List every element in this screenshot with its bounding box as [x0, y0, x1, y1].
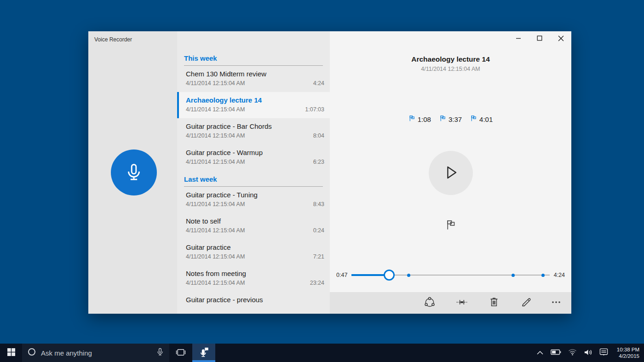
speaker-icon: [584, 349, 592, 357]
recording-item-duration: 4:24: [313, 80, 324, 86]
delete-button[interactable]: [483, 294, 505, 312]
add-marker-button[interactable]: [443, 218, 458, 233]
recording-item-title: Archaeology lecture 14: [186, 96, 324, 104]
more-button[interactable]: [547, 294, 565, 312]
slider-marker-dot: [407, 274, 410, 277]
recording-item-date: 4/11/2014 12:15:04 AM: [186, 227, 245, 234]
recordings-scroll-area[interactable]: This week Chem 130 Midterm review 4/11/2…: [177, 31, 330, 314]
volume-tray-button[interactable]: [584, 349, 592, 357]
close-icon: [558, 35, 564, 43]
maximize-icon: [537, 35, 542, 42]
detail-toolbar: [330, 292, 571, 314]
marker-chip[interactable]: 4:01: [470, 115, 493, 123]
share-button[interactable]: [419, 294, 440, 312]
recording-detail-pane: Archaeology lecture 14 4/11/2014 12:15:0…: [330, 31, 571, 314]
recording-list-item[interactable]: Guitar practice - previous: [177, 292, 330, 314]
record-button[interactable]: [111, 149, 157, 195]
recording-item-date: 4/11/2014 12:15:04 AM: [186, 106, 245, 113]
recording-item-title: Note to self: [186, 217, 324, 225]
recording-list-item[interactable]: Guitar practice - Bar Chords 4/11/2014 1…: [177, 118, 330, 144]
recording-list-item[interactable]: Guitar practice 4/11/2014 12:15:04 AM 7:…: [177, 239, 330, 265]
recording-list-item[interactable]: Chem 130 Midterm review 4/11/2014 12:15:…: [177, 66, 330, 92]
seek-slider[interactable]: [351, 270, 549, 281]
rename-button[interactable]: [515, 294, 537, 312]
recording-item-date: 4/11/2014 12:15:04 AM: [186, 80, 245, 86]
close-button[interactable]: [550, 31, 571, 46]
start-button[interactable]: [0, 344, 22, 362]
voice-recorder-app-icon: [198, 347, 209, 359]
play-button[interactable]: [429, 151, 473, 195]
recording-item-title: Guitar practice - Tuning: [186, 191, 324, 199]
recording-list-item[interactable]: Note to self 4/11/2014 12:15:04 AM 0:24: [177, 213, 330, 239]
clock-date: 4/2/2015: [617, 353, 639, 359]
recording-date: 4/11/2014 12:15:04 AM: [330, 66, 571, 72]
minimize-icon: [516, 35, 521, 42]
action-center-button[interactable]: [599, 348, 608, 358]
trash-icon: [488, 296, 500, 310]
marker-chip[interactable]: 3:37: [439, 115, 462, 123]
battery-icon: [551, 349, 561, 356]
recording-list-item[interactable]: Notes from meeting 4/11/2014 12:15:04 AM…: [177, 265, 330, 292]
trim-button[interactable]: [451, 294, 472, 312]
play-icon: [441, 162, 461, 184]
minimize-button[interactable]: [508, 31, 529, 46]
marker-time: 3:37: [448, 115, 462, 123]
cortana-search-box[interactable]: Ask me anything: [22, 344, 169, 362]
recording-item-title: Chem 130 Midterm review: [186, 70, 324, 78]
flag-icon: [445, 219, 456, 232]
task-view-button[interactable]: [169, 344, 192, 362]
marker-time: 1:08: [418, 115, 431, 123]
markers-row: 1:08 3:37 4:01: [330, 115, 571, 123]
recording-item-title: Guitar practice: [186, 243, 324, 251]
recording-item-duration: 8:04: [313, 132, 324, 139]
list-section-header: Last week: [184, 175, 323, 187]
recording-item-title: Guitar practice - Warmup: [186, 149, 324, 156]
window-controls: [508, 31, 571, 46]
microphone-icon: [123, 161, 144, 184]
recording-item-date: 4/11/2014 12:15:04 AM: [186, 253, 245, 260]
recording-title: Archaeology lecture 14: [330, 55, 571, 63]
hidden-icons-chevron-button[interactable]: [536, 350, 544, 356]
battery-tray-button[interactable]: [551, 349, 561, 356]
search-mic-icon[interactable]: [156, 348, 164, 358]
recordings-list: This week Chem 130 Midterm review 4/11/2…: [177, 31, 330, 314]
recording-list-item[interactable]: Guitar practice - Warmup 4/11/2014 12:15…: [177, 144, 330, 171]
chevron-up-icon: [536, 350, 544, 356]
recording-item-duration: 7:21: [313, 253, 324, 260]
windows-logo-icon: [7, 348, 15, 357]
taskbar: Ask me anything: [0, 344, 644, 362]
recording-list-item[interactable]: Archaeology lecture 14 4/11/2014 12:15:0…: [177, 92, 330, 118]
playback-slider-row: 0:47 4:24: [330, 268, 571, 282]
total-time: 4:24: [554, 272, 565, 278]
action-center-icon: [599, 348, 608, 358]
list-section-header: This week: [184, 54, 323, 66]
search-placeholder: Ask me anything: [41, 349, 151, 357]
recording-item-date: 4/11/2014 12:15:04 AM: [186, 280, 245, 286]
taskbar-voice-recorder-button[interactable]: [192, 344, 215, 362]
marker-time: 4:01: [479, 115, 493, 123]
recording-item-date: 4/11/2014 12:15:04 AM: [186, 132, 245, 139]
recording-list-item[interactable]: Guitar practice - Tuning 4/11/2014 12:15…: [177, 187, 330, 213]
slider-marker-dot: [541, 274, 545, 277]
running-app-indicator: [192, 360, 215, 362]
recording-item-duration: 8:43: [313, 201, 324, 207]
marker-flag-icon: [439, 115, 446, 123]
taskbar-clock[interactable]: 10:38 PM 4/2/2015: [615, 346, 639, 359]
marker-chip[interactable]: 1:08: [408, 115, 431, 123]
system-tray: 10:38 PM 4/2/2015: [536, 344, 644, 362]
pencil-icon: [520, 296, 532, 310]
slider-thumb[interactable]: [384, 270, 395, 281]
maximize-button[interactable]: [529, 31, 550, 46]
recording-item-duration: 1:07:03: [305, 106, 324, 113]
elapsed-time: 0:47: [336, 272, 347, 278]
record-pane: Voice Recorder: [88, 31, 177, 314]
wifi-tray-button[interactable]: [568, 349, 577, 357]
clock-time: 10:38 PM: [617, 346, 639, 353]
wifi-icon: [568, 349, 577, 357]
marker-flag-icon: [470, 115, 477, 123]
recording-item-title: Notes from meeting: [186, 270, 324, 277]
slider-marker-dot: [512, 274, 515, 277]
recording-item-duration: 6:23: [313, 159, 324, 165]
task-view-icon: [176, 348, 186, 358]
share-icon: [424, 296, 436, 310]
